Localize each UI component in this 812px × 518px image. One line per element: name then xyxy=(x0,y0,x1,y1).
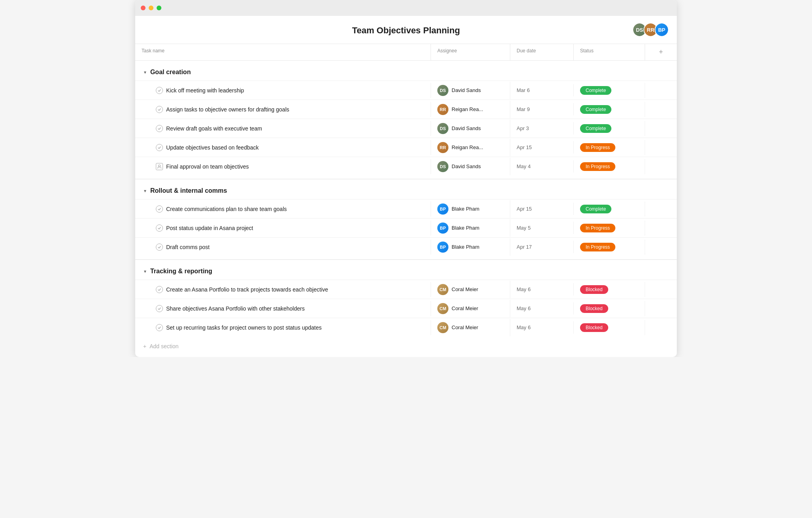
table-row[interactable]: Review draft goals with executive team D… xyxy=(135,119,677,138)
table-row[interactable]: Kick off meeting with leadership DS Davi… xyxy=(135,81,677,100)
assignee-cell[interactable]: DS David Sands xyxy=(431,120,510,137)
table-row[interactable]: Set up recurring tasks for project owner… xyxy=(135,318,677,337)
assignee-cell[interactable]: DS David Sands xyxy=(431,158,510,175)
status-badge[interactable]: Complete xyxy=(580,105,611,114)
section-header-rollout[interactable]: ▼ Rollout & internal comms xyxy=(135,179,677,199)
assignee-cell[interactable]: BP Blake Pham xyxy=(431,238,510,256)
task-name: Assign tasks to objective owners for dra… xyxy=(166,106,289,113)
due-date-cell: Apr 15 xyxy=(510,203,574,215)
add-section-label: Add section xyxy=(149,343,178,349)
page-title: Team Objectives Planning xyxy=(352,25,460,36)
task-name-cell: Update objectives based on feedback xyxy=(135,140,431,155)
assignee-avatar: CM xyxy=(437,303,448,314)
table-row[interactable]: Share objectives Asana Portfolio with ot… xyxy=(135,299,677,318)
task-check-icon[interactable] xyxy=(156,305,163,312)
assignee-avatar: BP xyxy=(437,242,448,253)
status-cell[interactable]: Blocked xyxy=(574,282,645,297)
status-badge[interactable]: In Progress xyxy=(580,224,615,232)
task-name: Set up recurring tasks for project owner… xyxy=(166,324,322,331)
task-name: Create an Asana Portfolio to track proje… xyxy=(166,286,328,293)
table-row[interactable]: Final approval on team objectives DS Dav… xyxy=(135,157,677,176)
task-extra-cell xyxy=(645,144,677,152)
task-check-icon[interactable] xyxy=(156,87,163,94)
status-cell[interactable]: Complete xyxy=(574,201,645,217)
add-section-button[interactable]: + Add section xyxy=(135,337,677,356)
task-check-icon[interactable] xyxy=(156,106,163,113)
section-title-goal-creation: Goal creation xyxy=(150,69,191,76)
task-check-icon[interactable] xyxy=(156,144,163,151)
status-badge[interactable]: Complete xyxy=(580,124,611,133)
status-badge[interactable]: Blocked xyxy=(580,285,608,294)
svg-point-0 xyxy=(159,165,161,167)
assignee-face: DS xyxy=(437,161,448,172)
status-badge[interactable]: Blocked xyxy=(580,304,608,313)
status-badge[interactable]: In Progress xyxy=(580,243,615,251)
table-row[interactable]: Create an Asana Portfolio to track proje… xyxy=(135,280,677,299)
status-cell[interactable]: Complete xyxy=(574,102,645,117)
task-check-icon[interactable] xyxy=(156,244,163,251)
col-header-task-name: Task name xyxy=(135,44,431,60)
task-name-cell: Set up recurring tasks for project owner… xyxy=(135,320,431,335)
assignee-name: Reigan Rea... xyxy=(452,106,483,112)
add-column-button[interactable]: + xyxy=(645,44,677,60)
task-name-cell: Review draft goals with executive team xyxy=(135,121,431,136)
due-date-cell: May 6 xyxy=(510,283,574,295)
assignee-face: RR xyxy=(437,142,448,153)
status-cell[interactable]: Blocked xyxy=(574,320,645,335)
task-check-icon[interactable] xyxy=(156,224,163,232)
status-cell[interactable]: In Progress xyxy=(574,240,645,255)
avatar-3[interactable]: BP xyxy=(655,23,669,37)
assignee-name: Coral Meier xyxy=(452,305,478,311)
status-badge[interactable]: In Progress xyxy=(580,162,615,171)
section-title-rollout: Rollout & internal comms xyxy=(150,187,227,194)
assignee-cell[interactable]: BP Blake Pham xyxy=(431,219,510,237)
table-row[interactable]: Draft comms post BP Blake Pham Apr 17 In… xyxy=(135,237,677,256)
section-header-tracking[interactable]: ▼ Tracking & reporting xyxy=(135,260,677,280)
status-cell[interactable]: Blocked xyxy=(574,301,645,316)
maximize-button[interactable] xyxy=(157,6,161,10)
due-date-cell: Apr 3 xyxy=(510,122,574,134)
due-date-cell: May 5 xyxy=(510,222,574,234)
table-row[interactable]: Assign tasks to objective owners for dra… xyxy=(135,100,677,119)
task-check-icon[interactable] xyxy=(156,286,163,293)
assignee-face: DS xyxy=(437,123,448,134)
assignee-avatar: DS xyxy=(437,85,448,96)
assignee-cell[interactable]: CM Coral Meier xyxy=(431,281,510,298)
status-cell[interactable]: Complete xyxy=(574,83,645,98)
status-cell[interactable]: In Progress xyxy=(574,140,645,155)
section-title-tracking: Tracking & reporting xyxy=(150,268,212,275)
task-name-cell: Create communications plan to share team… xyxy=(135,201,431,217)
task-extra-cell xyxy=(645,224,677,232)
assignee-cell[interactable]: RR Reigan Rea... xyxy=(431,139,510,156)
assignee-face: BP xyxy=(437,203,448,215)
task-check-icon[interactable] xyxy=(156,324,163,331)
status-cell[interactable]: Complete xyxy=(574,121,645,136)
table-row[interactable]: Post status update in Asana project BP B… xyxy=(135,218,677,237)
status-badge[interactable]: In Progress xyxy=(580,143,615,152)
minimize-button[interactable] xyxy=(149,6,153,10)
task-extra-cell xyxy=(645,305,677,313)
status-badge[interactable]: Blocked xyxy=(580,323,608,332)
assignee-cell[interactable]: RR Reigan Rea... xyxy=(431,101,510,118)
table-row[interactable]: Create communications plan to share team… xyxy=(135,199,677,218)
assignee-cell[interactable]: CM Coral Meier xyxy=(431,300,510,317)
close-button[interactable] xyxy=(141,6,146,10)
task-name-cell: Draft comms post xyxy=(135,240,431,255)
section-header-goal-creation[interactable]: ▼ Goal creation xyxy=(135,61,677,81)
assignee-cell[interactable]: CM Coral Meier xyxy=(431,319,510,336)
table-row[interactable]: Update objectives based on feedback RR R… xyxy=(135,138,677,157)
status-badge[interactable]: Complete xyxy=(580,205,611,213)
task-name: Final approval on team objectives xyxy=(166,163,249,170)
status-cell[interactable]: In Progress xyxy=(574,159,645,174)
assignee-name: Blake Pham xyxy=(452,206,479,212)
task-check-icon[interactable] xyxy=(156,205,163,213)
status-cell[interactable]: In Progress xyxy=(574,221,645,236)
assignee-cell[interactable]: DS David Sands xyxy=(431,82,510,99)
status-badge[interactable]: Complete xyxy=(580,86,611,95)
assignee-cell[interactable]: BP Blake Pham xyxy=(431,200,510,218)
assignee-face: RR xyxy=(437,104,448,115)
section-chevron-rollout: ▼ xyxy=(143,189,147,193)
assignee-avatar: RR xyxy=(437,142,448,153)
task-check-icon[interactable] xyxy=(156,125,163,132)
assignee-avatar: DS xyxy=(437,161,448,172)
